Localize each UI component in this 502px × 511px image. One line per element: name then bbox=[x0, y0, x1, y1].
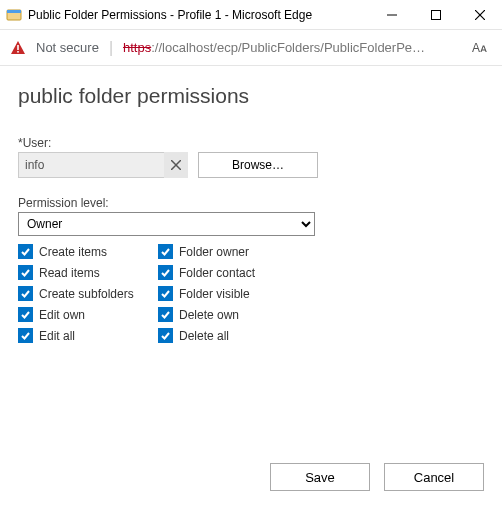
page-url[interactable]: https://localhost/ecp/PublicFolders/Publ… bbox=[123, 40, 457, 55]
url-path: ://localhost/ecp/PublicFolders/PublicFol… bbox=[151, 40, 425, 55]
permission-label: Create items bbox=[39, 245, 107, 259]
permission-item: Folder contact bbox=[158, 265, 298, 280]
address-bar: Not secure | https://localhost/ecp/Publi… bbox=[0, 30, 502, 66]
permission-item: Read items bbox=[18, 265, 158, 280]
permission-item: Delete all bbox=[158, 328, 298, 343]
permission-level-label: Permission level: bbox=[18, 196, 484, 210]
permission-checkbox[interactable] bbox=[158, 307, 173, 322]
permission-item: Create items bbox=[18, 244, 158, 259]
permissions-grid: Create itemsFolder ownerRead itemsFolder… bbox=[18, 244, 484, 343]
permission-checkbox[interactable] bbox=[18, 244, 33, 259]
permission-checkbox[interactable] bbox=[158, 286, 173, 301]
security-status: Not secure bbox=[36, 40, 99, 55]
page-title: public folder permissions bbox=[18, 84, 484, 108]
browse-button[interactable]: Browse… bbox=[198, 152, 318, 178]
check-icon bbox=[20, 246, 31, 257]
permission-item: Edit own bbox=[18, 307, 158, 322]
cancel-button[interactable]: Cancel bbox=[384, 463, 484, 491]
window-title: Public Folder Permissions - Profile 1 - … bbox=[28, 8, 312, 22]
url-scheme: https bbox=[123, 40, 151, 55]
permission-item: Delete own bbox=[158, 307, 298, 322]
check-icon bbox=[20, 330, 31, 341]
permission-checkbox[interactable] bbox=[158, 265, 173, 280]
permission-level-select[interactable]: Owner bbox=[18, 212, 315, 236]
address-separator: | bbox=[109, 39, 113, 57]
app-icon bbox=[6, 7, 22, 23]
permission-label: Folder contact bbox=[179, 266, 255, 280]
close-button[interactable] bbox=[458, 0, 502, 30]
permission-label: Edit own bbox=[39, 308, 85, 322]
check-icon bbox=[160, 246, 171, 257]
reader-view-button[interactable]: Aᴀ bbox=[467, 38, 492, 58]
permission-label: Folder owner bbox=[179, 245, 249, 259]
page-content: public folder permissions *User: Browse…… bbox=[0, 66, 502, 511]
permission-label: Folder visible bbox=[179, 287, 250, 301]
permission-label: Create subfolders bbox=[39, 287, 134, 301]
svg-rect-8 bbox=[17, 51, 19, 53]
permission-checkbox[interactable] bbox=[18, 307, 33, 322]
user-field: *User: Browse… bbox=[18, 136, 484, 178]
close-icon bbox=[171, 160, 181, 170]
permission-item: Folder visible bbox=[158, 286, 298, 301]
permission-label: Read items bbox=[39, 266, 100, 280]
save-button[interactable]: Save bbox=[270, 463, 370, 491]
check-icon bbox=[160, 330, 171, 341]
check-icon bbox=[20, 288, 31, 299]
svg-rect-1 bbox=[7, 10, 21, 13]
minimize-button[interactable] bbox=[370, 0, 414, 30]
title-bar: Public Folder Permissions - Profile 1 - … bbox=[0, 0, 502, 30]
maximize-button[interactable] bbox=[414, 0, 458, 30]
check-icon bbox=[160, 309, 171, 320]
check-icon bbox=[20, 309, 31, 320]
warning-icon bbox=[10, 40, 26, 56]
clear-user-button[interactable] bbox=[164, 152, 188, 178]
permission-checkbox[interactable] bbox=[18, 265, 33, 280]
svg-rect-7 bbox=[17, 45, 19, 50]
user-label: *User: bbox=[18, 136, 484, 150]
permission-item: Edit all bbox=[18, 328, 158, 343]
permission-checkbox[interactable] bbox=[158, 244, 173, 259]
dialog-footer: Save Cancel bbox=[18, 453, 484, 511]
permission-label: Delete all bbox=[179, 329, 229, 343]
permission-label: Edit all bbox=[39, 329, 75, 343]
permission-checkbox[interactable] bbox=[158, 328, 173, 343]
permission-checkbox[interactable] bbox=[18, 286, 33, 301]
check-icon bbox=[160, 267, 171, 278]
check-icon bbox=[20, 267, 31, 278]
user-input[interactable] bbox=[18, 152, 188, 178]
check-icon bbox=[160, 288, 171, 299]
permission-checkbox[interactable] bbox=[18, 328, 33, 343]
permission-label: Delete own bbox=[179, 308, 239, 322]
svg-rect-3 bbox=[432, 10, 441, 19]
permission-item: Create subfolders bbox=[18, 286, 158, 301]
permission-item: Folder owner bbox=[158, 244, 298, 259]
permission-level-field: Permission level: Owner bbox=[18, 196, 484, 236]
